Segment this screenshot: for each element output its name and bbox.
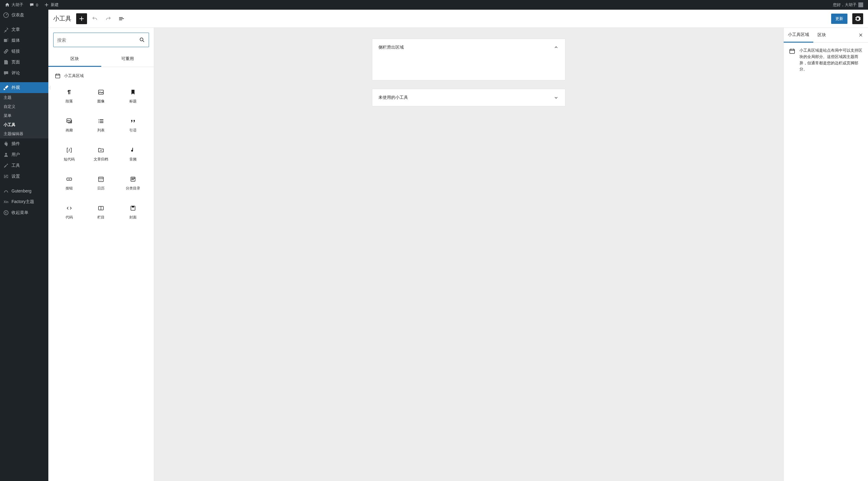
block-list[interactable]: 列表 xyxy=(85,110,117,139)
close-icon xyxy=(858,32,864,38)
block-paragraph[interactable]: 段落 xyxy=(53,82,85,110)
sidebar-item-appearance[interactable]: 外观 xyxy=(0,82,49,93)
adminbar-greeting[interactable]: 您好，大胡子 xyxy=(831,0,866,10)
block-heading[interactable]: 标题 xyxy=(117,82,149,110)
svg-point-11 xyxy=(133,178,133,179)
avatar xyxy=(858,2,863,7)
inserter-search[interactable] xyxy=(53,33,149,47)
list-view-button[interactable] xyxy=(116,13,127,24)
inserter-toggle-button[interactable] xyxy=(76,13,87,24)
chevron-up-icon xyxy=(553,44,559,51)
adminbar-comments[interactable]: 0 xyxy=(27,0,40,10)
sub-item-customize[interactable]: 自定义 xyxy=(0,102,49,111)
block-archives[interactable]: 文章归档 xyxy=(85,139,117,169)
svg-rect-17 xyxy=(132,206,134,207)
undo-button[interactable] xyxy=(89,13,100,24)
gutenberg-icon xyxy=(3,188,9,194)
block-image[interactable]: 图像 xyxy=(85,82,117,110)
comment-icon xyxy=(29,2,34,7)
rightbar-tab-block[interactable]: 区块 xyxy=(813,28,830,42)
sub-item-theme-editor[interactable]: 主题编辑器 xyxy=(0,129,49,138)
sidebar-appearance-submenu: 主题 自定义 菜单 小工具 主题编辑器 xyxy=(0,93,49,138)
rightbar-tab-widget-area[interactable]: 小工具区域 xyxy=(784,28,813,42)
sidebar-item-collapse[interactable]: 收起菜单 xyxy=(0,207,49,218)
image-icon xyxy=(97,89,104,96)
sub-item-themes[interactable]: 主题 xyxy=(0,93,49,102)
sidebar-item-users[interactable]: 用户 xyxy=(0,149,49,160)
block-gallery[interactable]: 画廊 xyxy=(53,110,85,139)
sidebar-item-comments[interactable]: 评论 xyxy=(0,68,49,78)
adminbar-comments-count: 0 xyxy=(36,3,38,7)
sidebar-item-media[interactable]: 媒体 xyxy=(0,35,49,46)
block-button[interactable]: 按钮 xyxy=(53,169,85,198)
sidebar-item-links[interactable]: 链接 xyxy=(0,46,49,57)
block-calendar[interactable]: 日历 xyxy=(85,169,117,198)
gallery-icon xyxy=(66,118,73,125)
block-columns[interactable]: 栏目 xyxy=(85,198,117,227)
tab-reusable[interactable]: 可重用 xyxy=(101,52,154,67)
gear-icon xyxy=(854,15,861,22)
adminbar-site[interactable]: 大胡子 xyxy=(2,0,26,10)
calendar-icon xyxy=(97,175,104,183)
bookmark-icon xyxy=(129,89,136,96)
block-inserter-panel: 区块 可重用 小工具区域 段落 图像 标题 画廊 列表 xyxy=(49,28,154,481)
sidebar-label: 页面 xyxy=(11,60,20,65)
plus-icon xyxy=(78,15,85,22)
categories-icon xyxy=(129,175,136,183)
collapse-icon xyxy=(3,210,9,216)
sidebar-item-factory[interactable]: Xin Factory主题 xyxy=(0,196,49,207)
adminbar-site-name: 大胡子 xyxy=(11,2,23,7)
widget-area-header[interactable]: 未使用的小工具 xyxy=(372,89,565,106)
search-input[interactable] xyxy=(57,37,139,42)
rightbar-description: 小工具区域是站点布局中可以支持区块的全局部分。这些区域因主题而异，但通常都是您的… xyxy=(799,47,863,72)
sidebar-item-plugins[interactable]: 插件 xyxy=(0,138,49,149)
sliders-icon xyxy=(3,173,9,180)
update-button[interactable]: 更新 xyxy=(831,13,847,24)
block-shortcode[interactable]: 短代码 xyxy=(53,139,85,169)
audio-icon xyxy=(129,147,136,154)
list-view-icon xyxy=(118,15,125,22)
sidebar-item-settings[interactable]: 设置 xyxy=(0,171,49,182)
tab-blocks[interactable]: 区块 xyxy=(49,52,101,67)
svg-point-1 xyxy=(5,153,7,155)
redo-button[interactable] xyxy=(103,13,114,24)
shortcode-icon xyxy=(66,147,73,154)
link-icon xyxy=(3,49,9,54)
close-settings-button[interactable] xyxy=(856,30,866,40)
columns-icon xyxy=(97,204,104,212)
svg-rect-18 xyxy=(790,49,795,54)
widget-area-body[interactable] xyxy=(372,56,565,80)
block-categories[interactable]: 分类目录 xyxy=(117,169,149,198)
sidebar-label: 评论 xyxy=(11,70,20,76)
adminbar-new[interactable]: 新建 xyxy=(42,0,61,10)
admin-bar: 大胡子 0 新建 您好，大胡子 xyxy=(0,0,868,10)
svg-point-10 xyxy=(132,178,132,179)
sidebar-label: 设置 xyxy=(11,174,20,179)
home-icon xyxy=(5,2,10,7)
sidebar-label: 媒体 xyxy=(11,38,20,43)
svg-point-14 xyxy=(133,179,133,180)
settings-button[interactable] xyxy=(852,13,863,24)
block-quote[interactable]: 引语 xyxy=(117,110,149,139)
block-grid: 段落 图像 标题 画廊 列表 引语 短代码 文章归档 音频 按钮 日历 分类目录 xyxy=(53,82,149,227)
block-cover[interactable]: 封面 xyxy=(117,198,149,227)
block-code[interactable]: 代码 xyxy=(53,198,85,227)
sidebar-item-dashboard[interactable]: 仪表盘 xyxy=(0,10,49,21)
sub-item-menus[interactable]: 菜单 xyxy=(0,111,49,120)
sidebar-label: 仪表盘 xyxy=(11,12,24,18)
widget-area-icon xyxy=(788,47,796,55)
sidebar-label: 用户 xyxy=(11,152,20,157)
adminbar-greeting-text: 您好，大胡子 xyxy=(833,2,857,7)
widget-area-header[interactable]: 侧栏滑出区域 xyxy=(372,39,565,56)
sidebar-item-pages[interactable]: 页面 xyxy=(0,57,49,68)
block-audio[interactable]: 音频 xyxy=(117,139,149,169)
folder-icon xyxy=(97,147,104,154)
sidebar-item-tools[interactable]: 工具 xyxy=(0,160,49,171)
sidebar-item-posts[interactable]: 文章 xyxy=(0,24,49,35)
sidebar-label: Factory主题 xyxy=(11,199,34,204)
sub-item-widgets[interactable]: 小工具 xyxy=(0,120,49,129)
dashboard-icon xyxy=(3,12,9,18)
sidebar-item-gutenberg[interactable]: Gutenberg xyxy=(0,186,49,196)
pin-icon xyxy=(3,27,9,33)
svg-point-12 xyxy=(134,178,135,179)
